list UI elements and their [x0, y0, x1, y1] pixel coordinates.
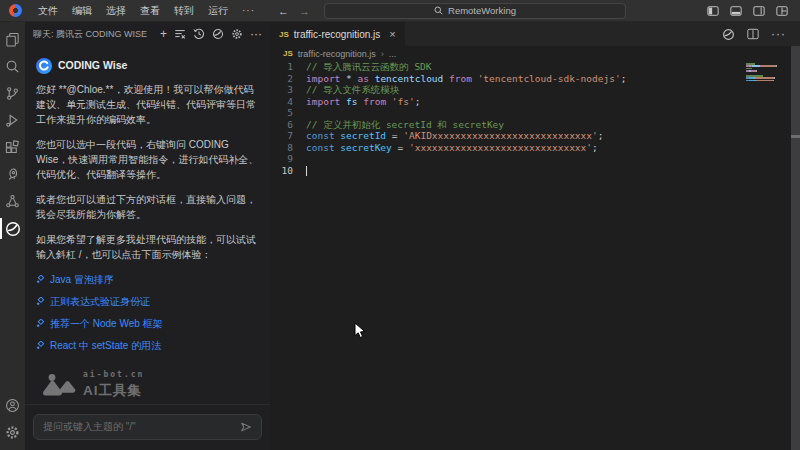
chat-input-area: 提问或键入主题的 "/" — [25, 404, 270, 450]
new-chat-icon[interactable]: + — [160, 28, 167, 40]
breadcrumb-file[interactable]: traffic-recognition.js — [298, 49, 376, 59]
js-file-icon: JS — [283, 49, 293, 58]
editor-more-actions-icon[interactable]: ··· — [771, 27, 786, 41]
toggle-secondary-sidebar-icon[interactable] — [753, 5, 765, 17]
line-number: 10 — [270, 165, 306, 177]
run-and-debug-icon[interactable] — [0, 107, 25, 134]
assistant-header: CODING Wise — [36, 58, 259, 74]
example-link[interactable]: 正则表达式验证身份证 — [36, 294, 259, 309]
breadcrumb-separator: › — [381, 49, 384, 59]
rocket-icon[interactable] — [0, 161, 25, 188]
example-list: Java 冒泡排序正则表达式验证身份证推荐一个 Node Web 框架React… — [36, 272, 259, 353]
watermark-logo-icon — [42, 373, 76, 398]
line-number: 4 — [270, 96, 306, 108]
code-line[interactable]: 7const secretId = 'AKIDxxxxxxxxxxxxxxxxx… — [270, 130, 786, 142]
example-link-label: React 中 setState 的用法 — [50, 338, 161, 353]
sparkle-icon — [36, 297, 45, 306]
watermark: ai-bot.cn AI工具集 — [42, 369, 259, 401]
code-area[interactable]: 1// 导入腾讯云云函数的 SDK2import * as tencentclo… — [270, 61, 786, 176]
example-link[interactable]: React 中 setState 的用法 — [36, 338, 259, 353]
coding-app-logo-icon — [9, 4, 22, 17]
menu-more-button[interactable]: ··· — [235, 5, 262, 16]
menu-item[interactable]: 转到 — [167, 4, 201, 18]
customize-layout-icon[interactable] — [776, 5, 788, 17]
wise-swirl-icon[interactable] — [722, 28, 735, 41]
code-line[interactable]: 10 — [270, 165, 786, 177]
menu-item[interactable]: 文件 — [31, 4, 65, 18]
dependencies-icon[interactable] — [0, 188, 25, 215]
menu-items: 文件编辑选择查看转到运行 — [31, 4, 235, 18]
send-icon[interactable] — [240, 421, 252, 433]
code-line[interactable]: 8const secretKey = 'xxxxxxxxxxxxxxxxxxxx… — [270, 142, 786, 154]
wise-swirl-icon[interactable] — [212, 28, 224, 40]
search-icon[interactable] — [0, 53, 25, 80]
tab-close-icon[interactable]: × — [389, 28, 395, 40]
code-line[interactable]: 2import * as tencentcloud from 'tencentc… — [270, 73, 786, 85]
breadcrumb[interactable]: JS traffic-recognition.js › ... — [270, 46, 800, 61]
line-number: 8 — [270, 142, 306, 154]
tab-bar: JS traffic-recognition.js × ··· — [270, 22, 800, 46]
watermark-line2: AI工具集 — [83, 381, 144, 401]
chat-sidebar: 聊天: 腾讯云 CODING WISE + ··· CODING Wise 您好… — [25, 22, 270, 450]
example-link-label: 正则表达式验证身份证 — [50, 294, 150, 309]
tab-traffic-recognition[interactable]: JS traffic-recognition.js × — [270, 22, 405, 46]
minimap[interactable] — [746, 63, 788, 87]
command-center[interactable]: RemoteWorking — [324, 3, 626, 19]
coding-wise-icon[interactable] — [0, 215, 25, 242]
chat-paragraph: 您也可以选中一段代码，右键询问 CODING Wise，快速调用常用智能指令，进… — [36, 137, 259, 182]
editor-group: JS traffic-recognition.js × ··· JS traff… — [270, 22, 800, 450]
example-link[interactable]: Java 冒泡排序 — [36, 272, 259, 287]
toggle-panel-icon[interactable] — [730, 5, 742, 17]
chat-input[interactable]: 提问或键入主题的 "/" — [33, 414, 262, 440]
code-line[interactable]: 3// 导入文件系统模块 — [270, 84, 786, 96]
editor-scrollbar[interactable] — [791, 46, 800, 450]
menu-item[interactable]: 编辑 — [65, 4, 99, 18]
sparkle-icon — [36, 319, 45, 328]
watermark-line1: ai-bot.cn — [83, 369, 144, 381]
sparkle-icon — [36, 341, 45, 350]
chat-paragraph: 您好 **@Chloe.**，欢迎使用！我可以帮你做代码建议、单元测试生成、代码… — [36, 82, 259, 127]
history-icon[interactable] — [193, 28, 205, 40]
chat-panel: CODING Wise 您好 **@Chloe.**，欢迎使用！我可以帮你做代码… — [25, 46, 270, 404]
line-number: 7 — [270, 130, 306, 142]
menu-item[interactable]: 选择 — [99, 4, 133, 18]
code-line[interactable]: 5 — [270, 107, 786, 119]
split-editor-icon[interactable] — [747, 28, 759, 40]
text-cursor — [306, 166, 307, 176]
code-line[interactable]: 6// 定义并初始化 secretId 和 secretKey — [270, 119, 786, 131]
line-number: 1 — [270, 61, 306, 73]
nav-forward-icon[interactable]: → — [299, 5, 310, 17]
command-center-text: RemoteWorking — [448, 5, 516, 16]
code-line[interactable]: 4import fs from 'fs'; — [270, 96, 786, 108]
menu-item[interactable]: 运行 — [201, 4, 235, 18]
clear-chat-icon[interactable] — [174, 28, 186, 40]
more-actions-icon[interactable]: ··· — [250, 28, 262, 40]
code-line[interactable]: 1// 导入腾讯云云函数的 SDK — [270, 61, 786, 73]
menu-item[interactable]: 查看 — [133, 4, 167, 18]
scrollbar-cursor-marker — [791, 135, 800, 138]
source-control-icon[interactable] — [0, 80, 25, 107]
breadcrumb-symbol[interactable]: ... — [389, 49, 397, 59]
extensions-icon[interactable] — [0, 134, 25, 161]
explorer-icon[interactable] — [0, 26, 25, 53]
account-icon[interactable] — [0, 392, 25, 419]
chat-settings-gear-icon[interactable] — [231, 28, 243, 40]
code-line[interactable]: 9 — [270, 153, 786, 165]
line-number: 2 — [270, 73, 306, 85]
chat-paragraph: 如果您希望了解更多我处理代码的技能，可以试试输入斜杠 /，也可以点击下面示例体验… — [36, 232, 259, 262]
coding-wise-avatar — [36, 58, 52, 74]
example-link[interactable]: 推荐一个 Node Web 框架 — [36, 316, 259, 331]
search-icon — [434, 6, 443, 15]
tab-label: traffic-recognition.js — [294, 29, 381, 40]
chat-messages: 您好 **@Chloe.**，欢迎使用！我可以帮你做代码建议、单元测试生成、代码… — [36, 82, 259, 262]
example-link-label: Java 冒泡排序 — [50, 272, 114, 287]
activity-bar — [0, 22, 25, 450]
settings-gear-icon[interactable] — [0, 419, 25, 446]
js-file-icon: JS — [279, 30, 289, 39]
toggle-primary-sidebar-icon[interactable] — [707, 5, 719, 17]
example-link-label: 推荐一个 Node Web 框架 — [50, 316, 163, 331]
sparkle-icon — [36, 275, 45, 284]
nav-back-icon[interactable]: ← — [278, 5, 289, 17]
line-number: 3 — [270, 84, 306, 96]
sidebar-title: 聊天: 腾讯云 CODING WISE — [33, 28, 160, 41]
